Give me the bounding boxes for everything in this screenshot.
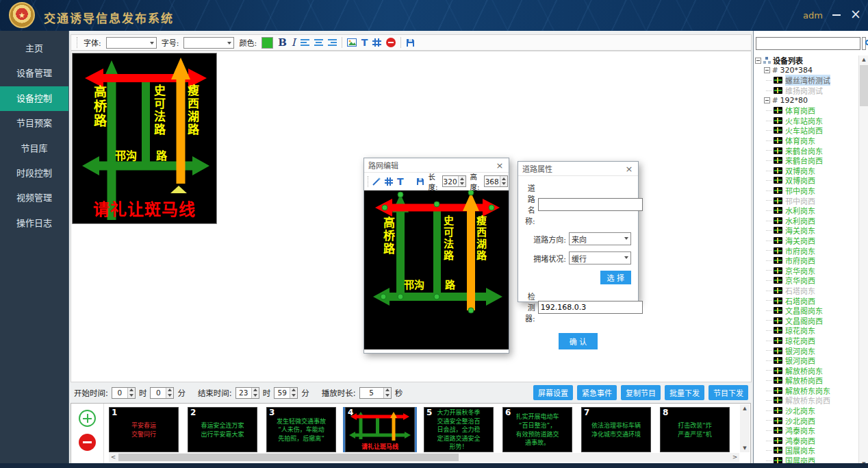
road-direction-select[interactable]: 来向 bbox=[569, 232, 631, 245]
road-label-right[interactable]: 瘦西湖路 bbox=[474, 215, 488, 262]
save-icon[interactable] bbox=[416, 177, 424, 186]
device-item[interactable]: 海关岗东 bbox=[755, 225, 858, 236]
program-thumbnail-selected[interactable]: 4 请礼让斑马线 bbox=[345, 407, 415, 452]
device-item[interactable]: 水利岗东 bbox=[755, 206, 858, 216]
minimize-icon[interactable] bbox=[831, 9, 842, 20]
collapse-icon[interactable] bbox=[755, 58, 761, 64]
device-search-input[interactable] bbox=[756, 37, 860, 50]
collapse-icon[interactable] bbox=[764, 67, 770, 73]
scrollbar-thumb[interactable] bbox=[118, 454, 459, 461]
sidebar-item[interactable]: 时段控制 bbox=[0, 161, 68, 186]
led-screen-preview[interactable]: 高桥路 史可法路 瘦西湖路 邗沟 路 请礼让斑马线 bbox=[72, 53, 217, 224]
device-tree-scrollbar[interactable]: ▲ ▼ bbox=[858, 56, 868, 468]
end-minute-stepper[interactable]: 59 bbox=[274, 387, 298, 399]
scroll-down-icon[interactable]: ▼ bbox=[740, 444, 750, 452]
device-item[interactable]: 文昌阁岗西 bbox=[755, 315, 858, 325]
device-item[interactable]: 解放桥东岗东 bbox=[755, 386, 858, 396]
scroll-up-icon[interactable]: ▲ bbox=[740, 404, 750, 412]
device-item[interactable]: 沙北岗东 bbox=[755, 406, 858, 416]
device-item[interactable]: 螺丝湾桥测试 bbox=[755, 75, 858, 86]
device-item[interactable]: 沙北岗西 bbox=[755, 415, 858, 426]
device-item[interactable]: 国展岗东 bbox=[755, 445, 858, 456]
device-item[interactable]: 市府岗西 bbox=[755, 256, 858, 266]
device-item[interactable]: 解放桥东岗西 bbox=[755, 395, 858, 406]
program-thumbnail[interactable]: 8 打击改装“炸 严查严惩“机 bbox=[660, 407, 730, 452]
road-label-bottom-2[interactable]: 路 bbox=[445, 277, 455, 291]
device-item[interactable]: 体育岗东 bbox=[755, 136, 858, 146]
program-thumbnail[interactable]: 2 春运安全连万家 出行平安靠大家 bbox=[188, 407, 257, 452]
insert-image-icon[interactable] bbox=[347, 38, 357, 47]
sidebar-item[interactable]: 主页 bbox=[0, 36, 68, 61]
color-swatch[interactable] bbox=[261, 37, 273, 49]
program-send-button[interactable]: 节目下发 bbox=[709, 385, 748, 400]
screen-settings-button[interactable]: 屏幕设置 bbox=[533, 385, 573, 400]
scroll-right-icon[interactable]: > bbox=[730, 453, 739, 462]
device-item[interactable]: 体育岗西 bbox=[755, 106, 858, 116]
device-item[interactable]: 解放桥岗西 bbox=[755, 375, 858, 386]
save-icon[interactable] bbox=[406, 38, 415, 47]
thumbnails-vertical-scrollbar[interactable]: ▲ ▼ bbox=[740, 404, 750, 452]
program-thumbnail[interactable]: 1 平安春运 交警同行 bbox=[109, 407, 179, 452]
scrollbar-thumb[interactable] bbox=[860, 65, 868, 106]
road-label-middle[interactable]: 史可法路 bbox=[441, 215, 455, 262]
device-item[interactable]: 水利岗西 bbox=[755, 216, 858, 226]
stepper-arrows[interactable] bbox=[290, 388, 297, 398]
start-hour-stepper[interactable]: 0 bbox=[112, 387, 136, 399]
road-network-icon[interactable] bbox=[372, 38, 381, 47]
stepper-arrows[interactable] bbox=[166, 388, 173, 398]
font-select[interactable] bbox=[106, 37, 157, 49]
device-item[interactable]: 来鹤台岗西 bbox=[755, 156, 858, 166]
device-item[interactable]: 京华岗西 bbox=[755, 275, 858, 286]
program-thumbnail[interactable]: 7 依法治理非标车辆 净化城市交通环境 bbox=[581, 407, 651, 452]
stepper-arrows[interactable] bbox=[127, 388, 135, 398]
device-item[interactable]: 石塔岗东 bbox=[755, 286, 858, 296]
device-item[interactable]: 双博岗东 bbox=[755, 166, 858, 176]
device-group[interactable]: # 192*80 bbox=[755, 95, 858, 106]
road-network-icon[interactable] bbox=[385, 177, 393, 186]
road-network-edit-canvas[interactable]: 高桥路 史可法路 瘦西湖路 邗沟 路 bbox=[364, 190, 509, 349]
align-center-icon[interactable] bbox=[314, 38, 323, 47]
draw-road-icon[interactable] bbox=[372, 177, 381, 186]
device-item[interactable]: 鸿泰岗西 bbox=[755, 436, 858, 446]
text-tool-icon[interactable]: T bbox=[397, 176, 404, 187]
program-thumbnail[interactable]: 3 发生轻微交通事故 “人未伤，车能动 先拍照，后撤离” bbox=[266, 407, 336, 452]
congestion-select[interactable]: 缓行 bbox=[569, 251, 631, 264]
scroll-up-icon[interactable]: ▲ bbox=[859, 56, 868, 64]
close-icon[interactable]: × bbox=[849, 5, 863, 22]
thumbnails-horizontal-scrollbar[interactable]: < > bbox=[109, 453, 739, 462]
duration-stepper[interactable]: 5 bbox=[359, 387, 392, 399]
stepper-arrows[interactable] bbox=[383, 388, 391, 398]
device-item[interactable]: 火车站岗西 bbox=[755, 125, 858, 136]
device-item[interactable]: 解放桥岗东 bbox=[755, 365, 858, 375]
stepper-arrows[interactable] bbox=[458, 176, 465, 186]
road-name-field[interactable] bbox=[538, 198, 643, 211]
road-label-bottom[interactable]: 邗沟 bbox=[404, 277, 424, 291]
device-item[interactable]: 邗中岗西 bbox=[755, 195, 858, 206]
program-thumbnail[interactable]: 6 扎实开展电动车 “百日整治”， 有效预防道路交 通事故。 bbox=[502, 407, 572, 452]
stepper-arrows[interactable] bbox=[251, 388, 259, 398]
device-item[interactable]: 来鹤台岗东 bbox=[755, 145, 858, 156]
height-stepper[interactable]: 368 bbox=[484, 175, 508, 187]
confirm-button[interactable]: 确 认 bbox=[559, 333, 598, 349]
device-item[interactable]: 琼花岗西 bbox=[755, 336, 858, 346]
device-item[interactable]: 琼花岗东 bbox=[755, 325, 858, 336]
start-minute-stepper[interactable]: 0 bbox=[150, 387, 174, 399]
device-item[interactable]: 银河岗西 bbox=[755, 356, 858, 366]
device-item[interactable]: 文昌阁岗东 bbox=[755, 306, 858, 316]
align-left-icon[interactable] bbox=[301, 38, 309, 47]
device-item[interactable]: 鸿泰岗东 bbox=[755, 426, 858, 436]
stepper-arrows[interactable] bbox=[500, 176, 507, 186]
device-item[interactable]: 石塔岗西 bbox=[755, 295, 858, 306]
road-label-left[interactable]: 高桥路 bbox=[380, 217, 397, 256]
collapse-icon[interactable] bbox=[764, 97, 770, 103]
device-item[interactable]: 京华岗东 bbox=[755, 265, 858, 275]
delete-icon[interactable] bbox=[386, 38, 396, 47]
size-select[interactable] bbox=[183, 37, 234, 49]
sidebar-item[interactable]: 设备控制 bbox=[0, 86, 68, 111]
copy-program-button[interactable]: 复制节目 bbox=[621, 385, 661, 400]
italic-icon[interactable]: I bbox=[292, 36, 296, 49]
device-item[interactable]: 邗中岗东 bbox=[755, 186, 858, 196]
sidebar-item[interactable]: 节目库 bbox=[0, 136, 68, 161]
tree-root[interactable]: 设备列表 bbox=[755, 56, 858, 66]
dialog-titlebar[interactable]: 道路属性 × bbox=[518, 162, 638, 176]
